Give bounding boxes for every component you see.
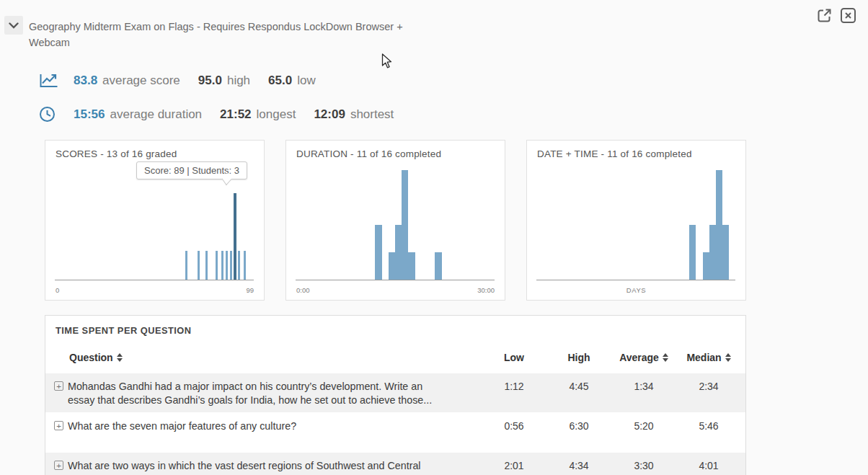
close-button[interactable] [840,7,856,24]
histogram-bar [716,170,722,280]
question-table-body: +Mohandas Gandhi had a major impact on h… [45,373,745,475]
longest-duration-value: 21:52 [220,107,251,122]
average-duration-value: 15:56 [74,107,105,122]
collapse-button[interactable] [4,16,23,35]
duration-axis-min: 0:00 [296,286,310,294]
histogram-bar [408,252,415,280]
open-in-new-window-button[interactable] [816,7,833,24]
scores-histogram [55,169,254,280]
sort-icon [663,353,668,362]
low-score-value: 65.0 [268,74,292,88]
histogram-bar [689,225,696,280]
histogram-bar [226,251,228,280]
histogram-bar [722,225,729,280]
close-x-icon [840,15,856,26]
table-title: TIME SPENT PER QUESTION [56,325,192,336]
histogram-bar [402,170,408,280]
value-average: 1:34 [611,381,676,392]
longest-duration-label: longest [257,107,296,122]
duration-chart-title: DURATION - 11 of 16 completed [296,148,441,159]
expand-row-button[interactable]: + [54,461,63,470]
expand-row-button[interactable]: + [54,381,63,391]
question-text: What are two ways in which the vast dese… [68,459,446,473]
table-row: +What are two ways in which the vast des… [45,453,745,475]
expand-row-button[interactable]: + [54,421,63,430]
value-high: 4:34 [546,460,611,471]
sort-icon [725,353,731,362]
value-median: 5:46 [676,420,741,432]
table-row: +What are the seven major features of an… [45,413,745,452]
clock-icon [39,106,58,123]
high-score-label: high [227,74,250,88]
column-header-median[interactable]: Median [676,352,741,363]
duration-chart-card: DURATION - 11 of 16 completed 0:00 30:00 [285,140,505,301]
histogram-bar [238,251,240,280]
value-low: 0:56 [482,420,546,432]
shortest-duration-label: shortest [350,107,394,122]
low-score-label: low [297,74,316,88]
question-text: Mohandas Gandhi had a major impact on hi… [68,380,446,407]
shortest-duration-value: 12:09 [314,107,345,122]
value-low: 2:01 [482,460,546,471]
exam-stats-window: Geography Midterm Exam on Flags - Requir… [0,0,868,475]
scores-axis-max: 99 [246,286,254,294]
histogram-bar [205,251,208,280]
histogram-bar [230,251,232,280]
datetime-chart-title: DATE + TIME - 11 of 16 completed [537,148,692,159]
value-median: 2:34 [676,381,741,392]
value-high: 6:30 [546,420,611,432]
question-text: What are the seven major features of any… [68,419,446,433]
histogram-bar [198,251,200,280]
histogram-bar [395,225,402,280]
scores-axis-min: 0 [56,286,59,294]
histogram-bar [375,225,381,280]
average-duration-label: average duration [110,107,202,122]
duration-axis-max: 30:00 [477,286,495,294]
trend-line-icon [39,73,58,88]
histogram-bar [244,251,246,280]
table-row: +Mohandas Gandhi had a major impact on h… [45,373,745,412]
external-link-icon [816,15,833,26]
sort-icon [117,353,123,362]
average-score-value: 83.8 [74,74,97,88]
duration-histogram [296,169,495,280]
histogram-bar [389,252,395,280]
value-average: 5:20 [611,420,676,432]
time-per-question-panel: TIME SPENT PER QUESTION Question Low Hig… [45,315,746,475]
exam-title: Geography Midterm Exam on Flags - Requir… [29,19,443,50]
column-header-high: High [546,352,611,363]
column-header-question[interactable]: Question [69,352,123,363]
scores-chart-card: SCORES - 13 of 16 graded 0 99 Score: 89 … [45,140,265,301]
column-header-low: Low [482,352,546,363]
table-header: Question Low High Average Median [45,347,745,373]
histogram-bar-highlighted [234,193,236,280]
histogram-bar [435,252,441,280]
score-tooltip: Score: 89 | Students: 3 [136,161,247,179]
histogram-bar [216,251,218,280]
histogram-bar [221,251,223,280]
histogram-bar [703,252,709,280]
value-median: 4:01 [676,460,741,471]
datetime-histogram [536,169,735,280]
mouse-cursor [381,53,393,72]
datetime-axis-label: DAYS [527,286,745,294]
histogram-bar [185,251,187,280]
value-average: 3:30 [611,460,676,471]
score-summary-row: 83.8 average score 95.0 high 65.0 low [39,73,316,88]
value-high: 4:45 [546,381,611,392]
chevron-down-icon [9,20,19,31]
high-score-value: 95.0 [198,74,222,88]
scores-chart-title: SCORES - 13 of 16 graded [56,148,177,159]
average-score-label: average score [102,74,180,88]
histogram-bar [709,225,716,280]
datetime-chart-card: DATE + TIME - 11 of 16 completed DAYS [526,140,746,301]
value-low: 1:12 [482,381,546,392]
duration-summary-row: 15:56 average duration 21:52 longest 12:… [39,106,394,123]
column-header-average[interactable]: Average [611,352,676,363]
